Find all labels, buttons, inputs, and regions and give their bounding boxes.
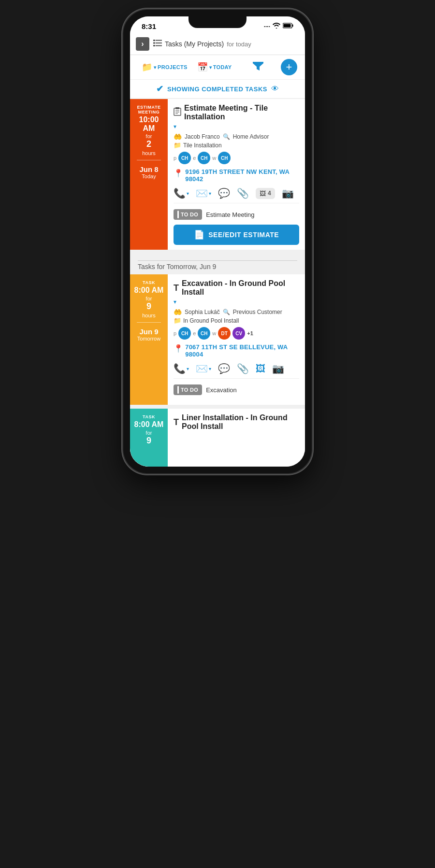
task-type-icon: T — [174, 417, 179, 427]
status-time: 8:31 — [142, 22, 156, 30]
todo-label: TO DO — [181, 387, 198, 393]
person-icon: 🤲 — [174, 308, 182, 316]
svg-rect-5 — [153, 43, 155, 44]
task-title-row: Estimate Meeting - Tile Installation — [174, 104, 299, 121]
back-button[interactable]: › — [136, 37, 149, 51]
folder-icon: 📁 — [142, 62, 152, 72]
attach-button[interactable]: 📎 — [237, 187, 249, 199]
phone-button[interactable]: 📞 ▾ — [174, 363, 189, 374]
eye-icon: 👁 — [271, 85, 279, 93]
phone-button[interactable]: 📞 ▾ — [174, 187, 189, 199]
project-folder-icon: 📁 — [174, 317, 181, 324]
task-expand-icon[interactable]: ▾ — [174, 299, 299, 305]
task-source: Previous Customer — [233, 309, 282, 315]
task-time: 8:00 AM — [134, 286, 164, 295]
todo-text: Excavation — [206, 386, 237, 394]
phone-icon: 📞 — [174, 363, 186, 374]
avatar-cv: CV — [232, 327, 245, 340]
chat-button[interactable]: 💬 — [218, 187, 230, 199]
task-address[interactable]: 📍 7067 11TH ST SE BELLEVUE, WA 98004 — [174, 343, 299, 358]
camera-button[interactable]: 📷 — [282, 187, 294, 199]
task-project-name: Tile Installation — [183, 142, 222, 149]
avatar-p-label: p — [174, 330, 176, 336]
email-chevron: ▾ — [209, 191, 211, 196]
camera-button[interactable]: 📷 — [272, 363, 284, 374]
todo-badge[interactable]: TO DO — [174, 209, 202, 220]
avatar-ch-w: CH — [218, 152, 231, 164]
task-hours-label: hours — [142, 150, 156, 156]
wifi-icon — [273, 23, 280, 30]
task-for-label: for — [146, 133, 152, 139]
filter-icon[interactable] — [253, 61, 263, 73]
today-button[interactable]: 📅 ▾ TODAY — [193, 60, 236, 74]
task-person: Jacob Franco — [185, 133, 220, 140]
task-project: 📁 Tile Installation — [174, 142, 299, 149]
check-icon: ✔ — [156, 84, 163, 94]
svg-rect-2 — [284, 24, 291, 28]
back-arrow-icon: › — [141, 40, 144, 48]
see-edit-estimate-button[interactable]: 📄 SEE/EDIT ESTIMATE — [174, 225, 299, 245]
todo-row: TO DO Excavation — [174, 384, 299, 395]
avatars-row: p CH e CH w DT CV +1 — [174, 327, 299, 340]
camera-icon: 📷 — [282, 187, 294, 199]
task-card-liner: TASK 8:00 AM for 9 T Liner Installation … — [130, 409, 305, 467]
address-text: 7067 11TH ST SE BELLEVUE, WA 98004 — [185, 343, 299, 358]
photo-count: 4 — [268, 190, 271, 197]
attach-icon: 📎 — [237, 363, 249, 374]
avatar-ch-p: CH — [178, 327, 191, 340]
task-time: 10:00 AM — [133, 115, 165, 132]
calendar-icon: 📅 — [197, 62, 208, 72]
email-chevron: ▾ — [209, 366, 211, 371]
task-title-row: T Liner Installation - In Ground Pool In… — [174, 413, 299, 431]
task-project: 📁 In Ground Pool Install — [174, 317, 299, 324]
showing-completed-banner[interactable]: ✔ SHOWING COMPLETED TASKS 👁 — [130, 80, 305, 99]
svg-rect-4 — [156, 40, 162, 41]
attach-button[interactable]: 📎 — [237, 363, 249, 374]
location-icon: 📍 — [174, 169, 183, 178]
phone-icon: 📞 — [174, 187, 186, 199]
person-icon: 🤲 — [174, 133, 182, 141]
task-hours: 2 — [146, 139, 151, 149]
task-title: Liner Installation - In Ground Pool Inst… — [182, 413, 299, 431]
task-type-label: TASK — [143, 414, 155, 419]
task-address[interactable]: 📍 9196 19TH STREET NW KENT, WA 98042 — [174, 168, 299, 183]
task-body-estimate: Estimate Meeting - Tile Installation ▾ 🤲… — [168, 99, 305, 250]
avatar-w-label: w — [212, 330, 216, 336]
phone-frame: 8:31 ···· › T — [123, 10, 312, 473]
photos-button[interactable]: 🖼 — [256, 363, 265, 374]
task-actions-row: 📞 ▾ ✉️ ▾ 💬 📎 — [174, 187, 299, 203]
email-icon: ✉️ — [196, 363, 208, 374]
todo-text: Estimate Meeting — [206, 211, 254, 218]
top-nav: › Tasks (My Projects) for today — [130, 33, 305, 55]
task-type-icon — [174, 107, 181, 118]
task-title-row: T Excavation - In Ground Pool Install — [174, 279, 299, 297]
photos-button[interactable]: 🖼 4 — [256, 188, 275, 199]
avatar-e-label: e — [193, 330, 196, 336]
email-button[interactable]: ✉️ ▾ — [196, 187, 211, 199]
task-expand-icon[interactable]: ▾ — [174, 123, 299, 130]
avatar-p-label: p — [174, 155, 176, 161]
today-chevron: ▾ — [209, 65, 212, 70]
add-task-button[interactable]: + — [281, 59, 297, 75]
chat-icon: 💬 — [218, 363, 230, 374]
task-sidebar-liner: TASK 8:00 AM for 9 — [130, 409, 168, 467]
chat-button[interactable]: 💬 — [218, 363, 230, 374]
projects-button[interactable]: 📁 ▾ PROJECTS — [138, 60, 191, 74]
task-project-name: In Ground Pool Install — [183, 317, 239, 324]
tomorrow-header-text: Tasks for Tomorrow, Jun 9 — [138, 263, 216, 270]
tasks-list-icon — [153, 40, 162, 48]
avatar-ch-e: CH — [198, 327, 210, 340]
phone-chevron: ▾ — [187, 366, 189, 371]
task-sidebar-excavation: TASK 8:00 AM for 9 hours Jun 9 Tomorrow — [130, 274, 168, 405]
showing-completed-text: SHOWING COMPLETED TASKS — [167, 85, 267, 93]
nav-title: Tasks (My Projects) for today — [153, 40, 251, 48]
todo-bar — [177, 211, 179, 218]
task-card-estimate: ESTIMATE MEETING 10:00 AM for 2 hours Ju… — [130, 99, 305, 250]
tomorrow-section-header: Tasks for Tomorrow, Jun 9 — [130, 254, 305, 274]
email-button[interactable]: ✉️ ▾ — [196, 363, 211, 374]
sidebar-divider — [137, 322, 161, 323]
task-body-excavation: T Excavation - In Ground Pool Install ▾ … — [168, 274, 305, 405]
camera-icon: 📷 — [272, 363, 284, 374]
avatars-row: p CH e CH w CH — [174, 152, 299, 164]
todo-badge[interactable]: TO DO — [174, 384, 202, 395]
